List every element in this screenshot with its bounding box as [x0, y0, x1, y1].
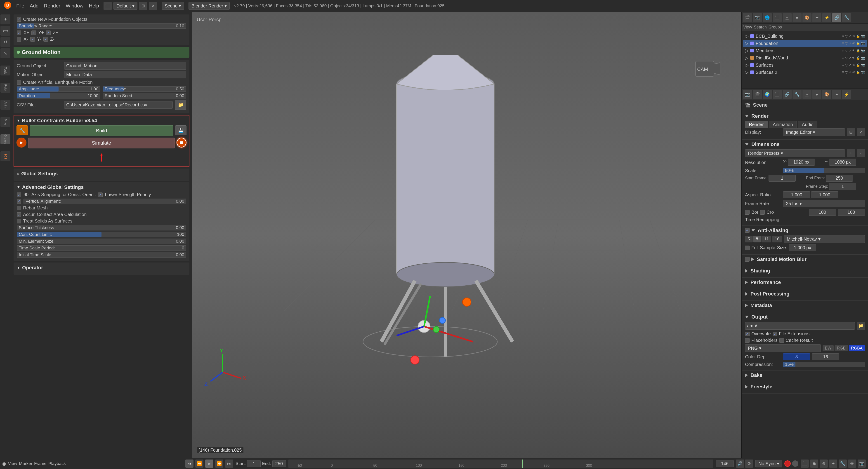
min-element-slider[interactable]: Min. Element Size: 0.00 [17, 239, 186, 244]
foundation-hide[interactable]: 👁 [852, 41, 855, 45]
sync-icon[interactable]: ⟳ [745, 460, 753, 468]
scene-item-foundation[interactable]: ▷ Foundation ▽ ▽ ↗ 👁 🔒 📷 [743, 40, 867, 47]
frequency-slider[interactable]: Frequency: 0.50 [103, 86, 186, 92]
render-presets-dropdown[interactable]: Render Presets ▾ [745, 149, 845, 157]
particle-props-icon[interactable]: ✦ [832, 90, 841, 99]
con-count-slider[interactable]: Con. Count Limit: 100 [17, 232, 186, 237]
toolbar-relations[interactable]: Relat [0, 83, 10, 93]
amplitude-slider[interactable]: Amplitude: 1.00 [17, 86, 100, 92]
scene-item-surfaces-2[interactable]: ▷ Surfaces 2 ▽▽↗👁🔒📷 [743, 69, 867, 76]
zplus-checkbox[interactable] [46, 31, 51, 35]
random-seed-slider[interactable]: Random Seed: 0.00 [103, 93, 186, 99]
end-frame-bottom[interactable]: 250 [272, 460, 286, 467]
lock-icon[interactable]: 🔒 [856, 34, 860, 38]
frame-label[interactable]: Frame [34, 461, 46, 466]
file-ext-checkbox[interactable] [773, 332, 777, 336]
zminus-checkbox[interactable] [43, 37, 48, 41]
collapse-icon[interactable]: ✕ [149, 2, 157, 10]
render-icon[interactable]: 📷 [753, 13, 762, 22]
world-props-icon[interactable]: 🌍 [763, 90, 772, 99]
modifier-icon[interactable]: 🔧 [842, 13, 851, 22]
toolbar-rotate[interactable]: ↺ [0, 37, 10, 47]
crop-checkbox[interactable] [760, 210, 765, 214]
scene-item-bcb-building[interactable]: ▷ BCB_Building ▽ ▽ ↗ 👁 🔒 📷 [743, 33, 867, 40]
global-settings-header[interactable]: ▶ Global Settings [17, 171, 186, 177]
render-vis-icon[interactable]: ▽ [845, 34, 848, 38]
frame-step-input[interactable]: 1 [829, 183, 856, 190]
display-dropdown[interactable]: Image Editor ▾ [783, 128, 845, 136]
aa-16[interactable]: 16 [772, 236, 782, 242]
advanced-global-settings-header[interactable]: ▼ Advanced Global Settings [17, 185, 186, 190]
performance-header[interactable]: Performance [745, 279, 865, 285]
treat-solids-checkbox[interactable] [17, 219, 21, 224]
dimensions-header[interactable]: Dimensions [745, 141, 865, 147]
foundation-sel[interactable]: ↗ [848, 41, 851, 45]
data-props-icon[interactable]: △ [802, 90, 811, 99]
toolbar-bcb[interactable]: BCB [0, 152, 10, 161]
csv-input[interactable]: C:\Users\Kazemian...ollapse\Record.csv [64, 101, 173, 109]
metadata-header[interactable]: Metadata [745, 302, 865, 308]
axis-snapping-checkbox[interactable] [17, 193, 21, 197]
scene-item-surfaces[interactable]: ▷ Surfaces ▽▽↗👁🔒📷 [743, 62, 867, 69]
remap-new-input[interactable]: 100 [838, 209, 865, 216]
accur-contact-checkbox[interactable] [17, 212, 21, 217]
fps-dropdown[interactable]: 25 fps ▾ [783, 200, 865, 207]
aspect-y-input[interactable]: 1.000 [811, 191, 838, 198]
aa-size-input[interactable]: 1.000 px [789, 244, 816, 251]
physics-props-icon[interactable]: ⚡ [842, 90, 851, 99]
view-bottom-icon[interactable]: ◉ [2, 461, 6, 466]
render-icon-item[interactable]: 📷 [861, 34, 865, 38]
yminus-checkbox[interactable] [30, 37, 35, 41]
start-frame-input[interactable]: 1 [769, 175, 796, 181]
constraint-icon[interactable]: 🔗 [832, 13, 841, 22]
presets-add[interactable]: + [847, 149, 855, 157]
menu-help[interactable]: Help [89, 3, 99, 9]
freestyle-header[interactable]: Freestyle [745, 384, 865, 390]
bw-button[interactable]: BW [823, 345, 834, 351]
foundation-render[interactable]: 📷 [861, 41, 865, 45]
overwrite-checkbox[interactable] [745, 332, 749, 336]
xplus-checkbox[interactable] [17, 31, 21, 35]
menu-render[interactable]: Render [44, 3, 60, 9]
play-icon[interactable]: ▶ [205, 460, 213, 468]
toolbar-select[interactable]: ✦ [0, 14, 10, 24]
timeline[interactable]: -50 0 50 100 150 200 250 300 [288, 460, 714, 468]
material-props-icon[interactable]: ● [812, 90, 822, 99]
menu-window[interactable]: Window [66, 3, 84, 9]
bottom-icon-4[interactable]: ✦ [829, 460, 837, 468]
duration-slider[interactable]: Duration: 10.00 [17, 93, 100, 99]
build-left-icon[interactable]: 🔧 [17, 125, 28, 135]
surface-thickness-slider[interactable]: Surface Thickness: 0.00 [17, 225, 186, 230]
constraint-props-icon[interactable]: 🔗 [782, 90, 792, 99]
format-dropdown[interactable]: PNG ▾ [745, 344, 821, 352]
sel-icon[interactable]: ↗ [848, 34, 851, 38]
vertical-alignment-slider[interactable]: Vertical Alignment: 0.00 [24, 199, 186, 204]
tab-audio[interactable]: Audio [798, 121, 817, 128]
toolbar-grease-pencil[interactable]: Grease [0, 134, 10, 144]
motion-blur-checkbox[interactable] [745, 257, 749, 262]
current-frame[interactable]: 146 [716, 460, 734, 467]
color-depth-value2[interactable]: 16 [812, 353, 839, 360]
scene-dropdown[interactable]: Scene ▾ [162, 2, 184, 10]
csv-browse-button[interactable]: 📁 [175, 100, 186, 110]
aa-filter-dropdown[interactable]: Mitchell-Netrav ▾ [784, 235, 865, 243]
motion-object-input[interactable]: Motion_Data [64, 71, 186, 78]
output-header[interactable]: Output [745, 314, 865, 320]
remap-old-input[interactable]: 100 [809, 209, 836, 216]
toolbar-animation[interactable]: Anim [0, 100, 10, 110]
rebar-mesh-checkbox[interactable] [17, 206, 21, 210]
audio-icon[interactable]: 🔊 [736, 460, 744, 468]
start-frame-bottom[interactable]: 1 [247, 460, 260, 467]
cache-result-checkbox[interactable] [779, 338, 784, 343]
last-frame-icon[interactable]: ⏭ [225, 460, 233, 468]
placeholders-checkbox[interactable] [745, 338, 749, 343]
groups-label[interactable]: Groups [769, 25, 782, 30]
shading-header[interactable]: Shading [745, 268, 865, 274]
border-checkbox[interactable] [745, 210, 749, 214]
toolbar-physics[interactable]: Phys [0, 117, 10, 127]
expand-icon[interactable]: ⊞ [139, 2, 147, 10]
aa-checkbox[interactable] [745, 228, 749, 233]
view-bottom-label[interactable]: View [8, 461, 17, 466]
aa-5[interactable]: 5 [745, 236, 752, 242]
particle-icon[interactable]: ✦ [812, 13, 822, 22]
